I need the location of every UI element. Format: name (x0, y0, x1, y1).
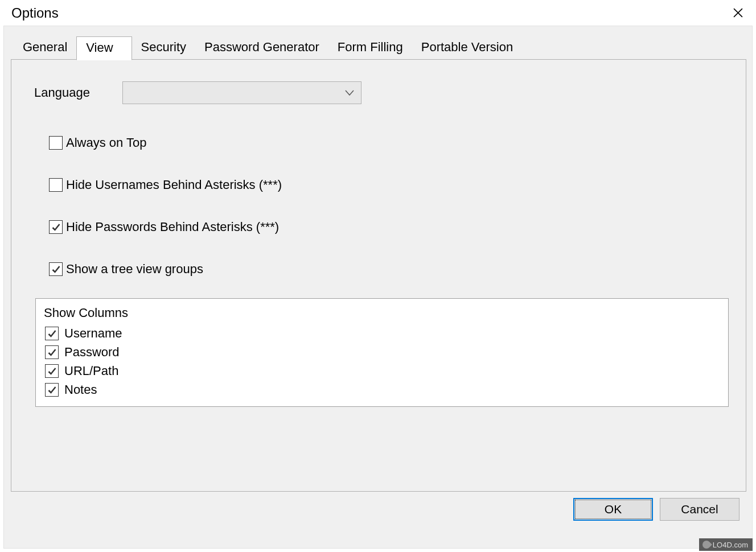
tab-password-generator[interactable]: Password Generator (195, 36, 328, 60)
column-password: Password (45, 345, 720, 360)
checkbox-hide-usernames[interactable] (49, 178, 63, 192)
column-url-path: URL/Path (45, 364, 720, 378)
language-row: Language (34, 81, 730, 104)
show-columns-group: Show Columns Username Password URL/Path … (35, 298, 729, 407)
label-column-password[interactable]: Password (64, 345, 120, 360)
dialog-buttons: OK Cancel (11, 492, 746, 524)
label-always-on-top[interactable]: Always on Top (66, 135, 146, 150)
checkbox-column-password[interactable] (45, 345, 59, 359)
option-tree-view-groups: Show a tree view groups (49, 262, 730, 277)
checkbox-column-notes[interactable] (45, 383, 59, 397)
checkbox-always-on-top[interactable] (49, 136, 63, 150)
ok-button[interactable]: OK (573, 498, 653, 521)
checkbox-column-url-path[interactable] (45, 364, 59, 378)
label-hide-passwords[interactable]: Hide Passwords Behind Asterisks (***) (66, 220, 279, 234)
checkbox-tree-view-groups[interactable] (49, 262, 63, 276)
tab-general[interactable]: General (14, 36, 76, 60)
option-always-on-top: Always on Top (49, 135, 730, 150)
cancel-button[interactable]: Cancel (660, 498, 739, 521)
dialog-title: Options (11, 5, 59, 21)
tab-view[interactable]: View (76, 36, 132, 60)
titlebar: Options (0, 0, 756, 26)
option-hide-passwords: Hide Passwords Behind Asterisks (***) (49, 220, 730, 234)
tab-portable-version[interactable]: Portable Version (412, 36, 522, 60)
label-hide-usernames[interactable]: Hide Usernames Behind Asterisks (***) (66, 178, 282, 192)
close-icon (733, 8, 743, 18)
column-notes: Notes (45, 382, 720, 397)
tab-form-filling[interactable]: Form Filling (328, 36, 412, 60)
label-column-notes[interactable]: Notes (64, 382, 97, 397)
tab-security[interactable]: Security (132, 36, 195, 60)
close-button[interactable] (726, 3, 749, 23)
checkbox-column-username[interactable] (45, 327, 59, 340)
dialog-body: General View Security Password Generator… (3, 26, 753, 549)
label-tree-view-groups[interactable]: Show a tree view groups (66, 262, 203, 277)
options-dialog: Options General View Security Password G… (0, 0, 756, 552)
language-select[interactable] (122, 81, 361, 104)
column-username: Username (45, 326, 720, 341)
label-column-url-path[interactable]: URL/Path (64, 364, 118, 378)
watermark: LO4D.com (699, 538, 753, 551)
show-columns-label: Show Columns (44, 306, 720, 320)
tabs-bar: General View Security Password Generator… (14, 36, 746, 60)
chevron-down-icon (339, 83, 360, 103)
tab-panel-view: Language Always on Top Hide Usernames Be… (11, 59, 746, 492)
checkbox-hide-passwords[interactable] (49, 220, 63, 234)
label-column-username[interactable]: Username (64, 326, 122, 341)
language-label: Language (34, 85, 122, 100)
option-hide-usernames: Hide Usernames Behind Asterisks (***) (49, 178, 730, 192)
